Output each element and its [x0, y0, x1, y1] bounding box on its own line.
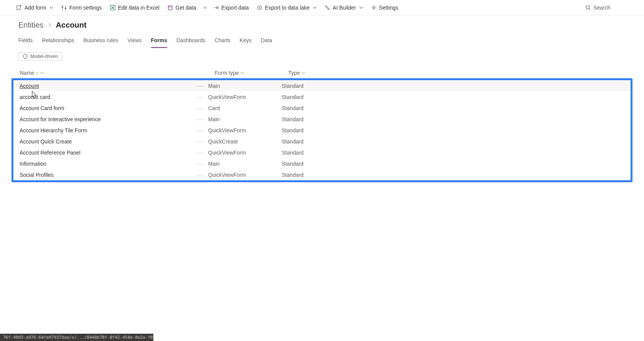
- svg-point-8: [373, 7, 374, 8]
- form-name-link[interactable]: Account: [13, 83, 193, 89]
- form-type-value: QuickViewForm: [208, 172, 282, 178]
- search-icon: [585, 5, 591, 11]
- gear-icon: [371, 5, 377, 11]
- tab-data[interactable]: Data: [261, 34, 272, 48]
- table-row[interactable]: Account for Interactive experience···Mai…: [13, 114, 631, 125]
- database-icon: [167, 5, 173, 11]
- table-row[interactable]: Account Quick Create···QuickCreateStanda…: [13, 136, 631, 147]
- chevron-down-icon: [49, 5, 53, 11]
- type-value: Standard: [282, 105, 631, 111]
- forms-table: Name ↑ Form type Type Account···MainStan…: [0, 61, 644, 182]
- form-type-value: Main: [208, 116, 282, 122]
- row-more-button[interactable]: ···: [193, 138, 208, 145]
- filter-row: Model-driven: [0, 48, 644, 61]
- form-name-link[interactable]: Information: [13, 161, 193, 167]
- row-more-button[interactable]: ···: [193, 94, 208, 100]
- type-value: Standard: [282, 83, 631, 89]
- svg-rect-0: [17, 6, 20, 10]
- form-type-value: Main: [208, 161, 282, 167]
- form-name-link[interactable]: Account Reference Panel: [13, 150, 193, 156]
- type-value: Standard: [282, 172, 631, 178]
- form-name-link[interactable]: Account Hierarchy Tile Form: [13, 127, 193, 133]
- export-data-label: Export data: [222, 5, 249, 11]
- chevron-down-icon: [203, 5, 207, 11]
- row-more-button[interactable]: ···: [193, 150, 208, 156]
- breadcrumb-root[interactable]: Entities: [18, 21, 44, 30]
- col-name-label: Name: [20, 70, 34, 76]
- model-driven-filter[interactable]: Model-driven: [18, 52, 62, 61]
- tab-keys[interactable]: Keys: [240, 34, 251, 48]
- tab-charts[interactable]: Charts: [215, 34, 230, 48]
- tab-relationships[interactable]: Relationships: [42, 34, 74, 48]
- table-row[interactable]: Account Reference Panel···QuickViewFormS…: [13, 147, 631, 158]
- add-form-icon: [16, 5, 22, 11]
- table-row[interactable]: Social Profiles···QuickViewFormStandard: [13, 169, 631, 180]
- type-value: Standard: [282, 116, 631, 122]
- search-input[interactable]: Search: [580, 0, 641, 15]
- table-row[interactable]: Account Hierarchy Tile Form···QuickViewF…: [13, 125, 631, 136]
- export-lake-label: Export to data lake: [265, 5, 310, 11]
- edit-excel-button[interactable]: Edit data in Excel: [106, 0, 163, 15]
- form-name-link[interactable]: account card: [13, 94, 193, 100]
- model-driven-icon: [23, 54, 28, 59]
- table-highlight: Account···MainStandardaccount card···Qui…: [12, 78, 632, 182]
- svg-point-4: [168, 5, 172, 7]
- table-row[interactable]: Account Card form···CardStandard: [13, 102, 631, 114]
- model-driven-label: Model-driven: [30, 54, 58, 59]
- settings-label: Settings: [379, 5, 399, 11]
- row-more-button[interactable]: ···: [193, 172, 208, 178]
- add-form-button[interactable]: Add form: [12, 0, 57, 15]
- export-data-button[interactable]: Export data: [209, 0, 253, 15]
- get-data-label: Get data: [176, 5, 196, 11]
- export-lake-button[interactable]: Export to data lake: [253, 0, 320, 15]
- get-data-split-button[interactable]: [200, 0, 209, 15]
- ai-builder-label: AI Builder: [333, 5, 356, 11]
- form-name-link[interactable]: Account Quick Create: [13, 138, 193, 145]
- tab-fields[interactable]: Fields: [18, 34, 33, 48]
- table-header: Name ↑ Form type Type: [12, 70, 632, 78]
- col-type-header[interactable]: Type: [288, 70, 630, 78]
- export-icon: [213, 5, 219, 11]
- table-row[interactable]: Account···MainStandard: [13, 80, 631, 91]
- data-lake-icon: [256, 5, 263, 11]
- tab-dashboards[interactable]: Dashboards: [176, 34, 205, 48]
- breadcrumb-current: Account: [56, 21, 87, 30]
- row-more-button[interactable]: ···: [193, 116, 208, 122]
- chevron-down-icon: [313, 5, 317, 11]
- form-type-value: QuickCreate: [208, 138, 282, 145]
- search-placeholder: Search: [593, 5, 610, 11]
- chevron-down-icon: [359, 5, 363, 11]
- sort-ascending-icon: ↑: [36, 70, 38, 76]
- table-row[interactable]: account card···QuickViewFormStandard: [13, 91, 631, 102]
- sliders-icon: [61, 5, 67, 11]
- row-more-button[interactable]: ···: [193, 127, 208, 133]
- row-more-button[interactable]: ···: [193, 105, 208, 111]
- form-type-value: QuickViewForm: [208, 127, 282, 133]
- form-type-value: Main: [208, 83, 282, 89]
- form-type-value: Card: [208, 105, 282, 111]
- get-data-button[interactable]: Get data: [163, 0, 200, 15]
- tab-business-rules[interactable]: Business rules: [83, 34, 118, 48]
- row-more-button[interactable]: ···: [193, 161, 208, 167]
- ai-builder-button[interactable]: AI Builder: [320, 0, 367, 15]
- chevron-down-icon: [240, 70, 244, 76]
- row-more-button[interactable]: ···: [193, 83, 208, 89]
- form-settings-button[interactable]: Form settings: [57, 0, 106, 15]
- form-name-link[interactable]: Social Profiles: [13, 172, 193, 178]
- status-bar: 76f-4003-a976-64fa07937daa/s/.../8448b78…: [0, 334, 153, 341]
- col-name-header[interactable]: Name ↑: [20, 70, 215, 78]
- edit-excel-label: Edit data in Excel: [118, 5, 159, 11]
- svg-point-7: [328, 8, 329, 10]
- form-name-link[interactable]: Account Card form: [13, 105, 193, 111]
- add-form-label: Add form: [25, 5, 46, 11]
- tab-forms[interactable]: Forms: [151, 34, 168, 48]
- form-name-link[interactable]: Account for Interactive experience: [13, 116, 193, 122]
- settings-button[interactable]: Settings: [367, 0, 402, 15]
- excel-icon: [110, 5, 116, 11]
- chevron-right-icon: [48, 22, 52, 28]
- tab-views[interactable]: Views: [127, 34, 141, 48]
- col-formtype-header[interactable]: Form type: [215, 70, 288, 78]
- svg-point-6: [325, 6, 327, 7]
- table-row[interactable]: Information···MainStandard: [13, 158, 631, 169]
- type-value: Standard: [282, 94, 631, 100]
